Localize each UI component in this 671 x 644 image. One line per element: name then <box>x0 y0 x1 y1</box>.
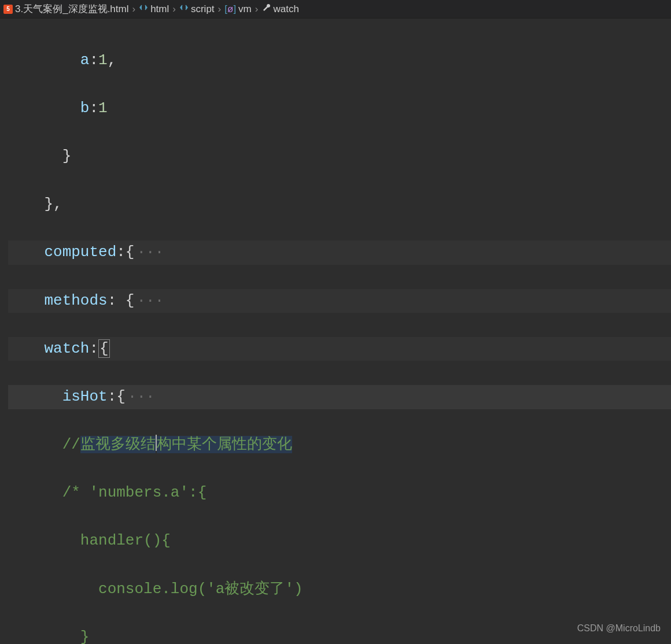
text-selection: 监视多级结 <box>80 436 156 453</box>
breadcrumb-separator: › <box>255 3 259 15</box>
code-line: methods: {··· <box>8 289 671 313</box>
code-line: a:1, <box>8 49 671 73</box>
fold-indicator[interactable]: ··· <box>137 292 164 309</box>
watermark: CSDN @MicroLindb <box>577 623 661 634</box>
code-line: handler(){ <box>8 529 671 553</box>
breadcrumb-item-html[interactable]: html <box>139 3 169 15</box>
breadcrumb-label: watch <box>273 3 298 15</box>
breadcrumb-item-vm[interactable]: [ø] vm <box>224 3 252 15</box>
breadcrumb[interactable]: 5 3.天气案例_深度监视.html › html › script › [ø]… <box>0 0 671 18</box>
code-line: //监视多级结构中某个属性的变化 <box>8 433 671 457</box>
html5-icon: 5 <box>3 5 13 14</box>
text-selection: 构中某个属性的变化 <box>157 436 292 453</box>
breadcrumb-separator: › <box>218 3 222 15</box>
breadcrumb-file-label: 3.天气案例_深度监视.html <box>15 2 128 16</box>
breadcrumb-file[interactable]: 5 3.天气案例_深度监视.html <box>3 2 128 16</box>
breadcrumb-separator: › <box>172 3 176 15</box>
code-line: isHot:{··· <box>8 385 671 409</box>
code-line: computed:{··· <box>8 240 671 265</box>
code-editor[interactable]: a:1, b:1 } }, computed:{··· methods: {··… <box>0 18 671 644</box>
breadcrumb-item-script[interactable]: script <box>179 3 215 15</box>
module-icon <box>139 3 148 15</box>
breadcrumb-label: html <box>150 3 169 15</box>
code-line: } <box>8 145 671 169</box>
code-line: watch:{ <box>8 337 671 361</box>
fold-indicator[interactable]: ··· <box>128 388 155 405</box>
module-icon <box>179 3 189 15</box>
code-line: } <box>8 626 671 644</box>
breadcrumb-item-watch[interactable]: watch <box>261 3 298 15</box>
code-line: console.log('a被改变了') <box>8 578 671 602</box>
brackets-icon: [ø] <box>224 3 236 15</box>
code-line: b:1 <box>8 97 671 121</box>
code-line: }, <box>8 193 671 217</box>
wrench-icon <box>261 3 271 15</box>
code-line: /* 'numbers.a':{ <box>8 481 671 505</box>
breadcrumb-label: vm <box>238 3 252 15</box>
fold-indicator[interactable]: ··· <box>137 243 164 261</box>
breadcrumb-label: script <box>191 3 215 15</box>
breadcrumb-separator: › <box>132 3 135 15</box>
bracket-match: { <box>98 339 110 358</box>
